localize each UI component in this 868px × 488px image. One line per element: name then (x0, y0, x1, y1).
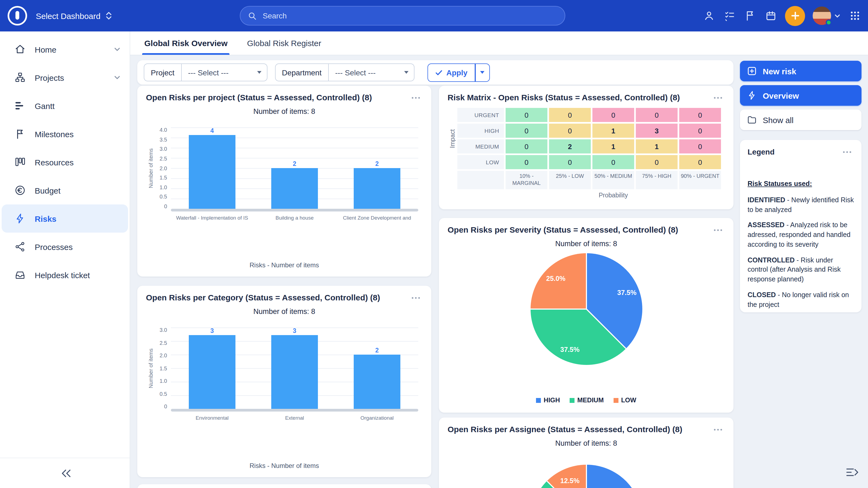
matrix-cell[interactable]: 0 (506, 139, 547, 154)
right-panel: New risk Overview Show all Legend Risk S… (740, 61, 862, 312)
tab-global-risk-register[interactable]: Global Risk Register (247, 38, 321, 55)
matrix-cell[interactable]: 0 (549, 108, 591, 122)
sidebar-item-risks[interactable]: Risks (2, 204, 128, 233)
matrix-cell[interactable]: 0 (679, 139, 721, 154)
matrix-cols: 10% - MARGINAL25% - LOW50% - MEDIUM75% -… (457, 171, 725, 189)
sidebar-item-home[interactable]: Home (0, 35, 130, 63)
matrix-cell[interactable]: 0 (636, 108, 678, 122)
sidebar-item-label: Budget (35, 186, 61, 195)
card-menu-button[interactable] (712, 226, 725, 235)
y-axis-ticks: 3.02.52.01.51.00.50 (155, 327, 171, 409)
matrix-cell[interactable]: 1 (636, 139, 678, 154)
apps-grid-button[interactable] (848, 9, 862, 22)
show-all-button[interactable]: Show all (740, 109, 862, 130)
matrix-cell[interactable]: 0 (506, 155, 547, 169)
flag-button[interactable] (744, 9, 757, 22)
matrix-cell[interactable]: 1 (592, 139, 634, 154)
chart-subtitle: Number of items: 8 (146, 107, 423, 116)
avatar[interactable] (813, 6, 831, 25)
y-tick-label: 2.0 (159, 166, 167, 170)
filter-bar: Project --- Select --- Department --- Se… (137, 60, 734, 85)
y-tick-label: 0 (164, 204, 167, 209)
app-logo[interactable] (8, 6, 27, 26)
status-term: CONTROLLED (748, 256, 795, 264)
department-filter-select[interactable]: --- Select --- (328, 64, 414, 81)
global-search[interactable] (240, 6, 565, 26)
legend-item-low[interactable]: LOW (614, 396, 637, 404)
calendar-button[interactable] (764, 9, 777, 22)
tab-global-risk-overview[interactable]: Global Risk Overview (144, 38, 227, 55)
matrix-cell[interactable]: 0 (679, 155, 721, 169)
new-risk-button[interactable]: New risk (740, 61, 862, 82)
y-tick-label: 4.0 (159, 127, 167, 132)
matrix-cell[interactable]: 0 (592, 155, 634, 169)
sidebar-item-projects[interactable]: Projects (0, 63, 130, 92)
y-axis-title: Number of items (147, 127, 155, 209)
sidebar-footer (0, 458, 130, 488)
sidebar-collapse-button[interactable] (58, 467, 71, 479)
online-status-dot (826, 20, 832, 26)
quick-add-button[interactable] (785, 6, 805, 26)
sidebar-item-milestones[interactable]: Milestones (0, 120, 130, 148)
dashboard-selector[interactable]: Select Dashboard (36, 11, 113, 21)
card-menu-button[interactable] (712, 426, 725, 434)
bar[interactable]: 4 (171, 127, 253, 209)
matrix-cell[interactable]: 3 (636, 124, 678, 138)
sidebar-item-processes[interactable]: Processes (0, 233, 130, 261)
tasks-button[interactable] (723, 9, 736, 22)
matrix-cell[interactable]: 0 (549, 155, 591, 169)
bar[interactable]: 2 (336, 127, 418, 209)
sidebar-item-helpdesk[interactable]: Helpdesk ticket (0, 261, 130, 289)
apply-dropdown-button[interactable] (475, 63, 490, 82)
apply-button[interactable]: Apply (427, 63, 475, 82)
legend-item-high[interactable]: HIGH (536, 396, 560, 404)
card-menu-button[interactable] (410, 294, 423, 302)
dashboard-selector-label: Select Dashboard (36, 11, 101, 20)
x-axis-title: Risks - Number of items (146, 261, 423, 270)
matrix-cell[interactable]: 2 (549, 139, 591, 154)
account-menu[interactable] (813, 6, 841, 25)
card-menu-button[interactable] (410, 94, 423, 102)
right-panel-collapse-button[interactable] (845, 466, 859, 478)
card-menu-button[interactable] (841, 148, 854, 157)
overview-button[interactable]: Overview (740, 85, 862, 106)
chevron-down-icon[interactable] (113, 45, 121, 53)
severity-pie-chart[interactable]: 37.5% 37.5% 25.0% (530, 253, 642, 365)
card-open-risks-per-project: Open Risks per project (Status = Assesse… (137, 86, 431, 276)
matrix-cell[interactable]: 0 (592, 108, 634, 122)
card-menu-button[interactable] (712, 94, 725, 102)
card-title: Open Risks per Category (Status = Assess… (146, 293, 380, 302)
card-title: Open Risks per Severity (Status = Assess… (447, 225, 678, 234)
bar[interactable]: 3 (171, 327, 253, 409)
search-input[interactable] (261, 11, 557, 21)
legend-item-medium[interactable]: MEDIUM (569, 396, 603, 404)
bar[interactable]: 2 (336, 327, 418, 409)
top-bar: Select Dashboard (0, 0, 868, 31)
matrix-cell[interactable]: 0 (506, 124, 547, 138)
matrix-cell[interactable]: 0 (549, 124, 591, 138)
user-icon (703, 10, 715, 22)
matrix-cell[interactable]: 0 (506, 108, 547, 122)
risks-lightning-icon (14, 213, 26, 225)
card-title: Risk Matrix - Open Risks (Status = Asses… (447, 93, 680, 102)
bar[interactable]: 2 (253, 127, 336, 209)
plot-wrap: 332 EnvironmentalExternalOrganizational (171, 327, 423, 421)
chevron-down-icon[interactable] (113, 74, 121, 82)
matrix-cell[interactable]: 0 (679, 124, 721, 138)
matrix-cell[interactable]: 1 (592, 124, 634, 138)
bar[interactable]: 3 (253, 327, 336, 409)
sidebar-item-gantt[interactable]: Gantt (0, 92, 130, 120)
x-category-label: Building a house (253, 215, 336, 221)
sidebar: Home Projects Gantt Milestones Resources (0, 31, 130, 488)
sidebar-item-label: Home (35, 45, 56, 54)
user-menu-button[interactable] (703, 9, 716, 22)
pie-slice-separator (586, 253, 587, 309)
x-category-label: Environmental (171, 415, 253, 421)
sidebar-item-resources[interactable]: Resources (0, 148, 130, 176)
matrix-cell[interactable]: 0 (679, 108, 721, 122)
helpdesk-inbox-icon (14, 269, 26, 281)
assignee-pie-chart[interactable]: 12.5% (530, 465, 642, 488)
project-filter-select[interactable]: --- Select --- (181, 64, 267, 81)
sidebar-item-budget[interactable]: Budget (0, 176, 130, 204)
matrix-cell[interactable]: 0 (636, 155, 678, 169)
